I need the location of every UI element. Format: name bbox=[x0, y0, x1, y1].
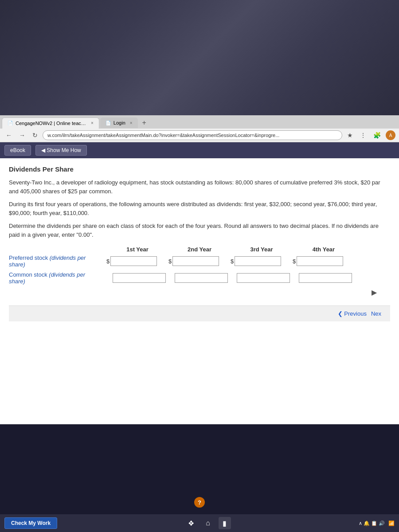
previous-label: Previous bbox=[344, 310, 367, 317]
common-year4-input[interactable] bbox=[299, 273, 352, 283]
show-me-how-button[interactable]: ◀ Show Me How bbox=[35, 145, 87, 156]
windows-taskbar: Check My Work ❖ ⌂ ▮ ∧ 🔔 📋 🔊 📶 bbox=[0, 514, 399, 532]
description-paragraph-2: During its first four years of operation… bbox=[9, 200, 390, 217]
preferred-year3-input[interactable] bbox=[235, 256, 281, 266]
preferred-year1-input[interactable] bbox=[110, 256, 157, 266]
network-icon[interactable]: 📶 bbox=[388, 520, 395, 526]
page-toolbar: eBook ◀ Show Me How bbox=[0, 142, 399, 158]
taskbar-icon-app[interactable]: ▮ bbox=[219, 517, 231, 529]
preferred-stock-row: Preferred stock (dividends per share) $ … bbox=[9, 254, 390, 268]
description-paragraph-1: Seventy-Two Inc., a developer of radiolo… bbox=[9, 178, 390, 196]
preferred-year4-cell: $ bbox=[293, 256, 355, 266]
profile-button[interactable]: A bbox=[386, 130, 395, 140]
preferred-year4-input[interactable] bbox=[297, 256, 343, 266]
header-4th-year: 4th Year bbox=[293, 246, 355, 253]
browser-chrome: 📄 CengageNOWv2 | Online teachin × 📄 Logi… bbox=[0, 115, 399, 142]
description-paragraph-3: Determine the dividends per share on eac… bbox=[9, 222, 390, 239]
dollar-sign-p4: $ bbox=[293, 258, 296, 265]
tab-login-label: Login bbox=[113, 120, 125, 125]
ebook-button[interactable]: eBook bbox=[4, 145, 31, 156]
taskbar-icon-start[interactable]: ❖ bbox=[185, 517, 197, 529]
common-year3-input[interactable] bbox=[237, 273, 290, 283]
preferred-year2-cell: $ bbox=[168, 256, 231, 266]
preferred-stock-label: Preferred stock (dividends per share) bbox=[9, 254, 106, 268]
common-year1-input[interactable] bbox=[113, 273, 166, 283]
ambient-background bbox=[0, 0, 399, 115]
browser-menu-button[interactable]: ⋮ bbox=[358, 131, 368, 140]
forward-button[interactable]: → bbox=[17, 131, 27, 140]
dollar-sign-p1: $ bbox=[106, 258, 110, 265]
table-header-row: 1st Year 2nd Year 3rd Year 4th Year bbox=[106, 246, 390, 253]
extensions-button[interactable]: 🧩 bbox=[371, 131, 383, 140]
header-2nd-year: 2nd Year bbox=[168, 246, 231, 253]
tab-cengage-label: CengageNOWv2 | Online teachin bbox=[16, 121, 86, 126]
dollar-sign-p2: $ bbox=[168, 258, 172, 265]
dividends-table: 1st Year 2nd Year 3rd Year 4th Year Pref… bbox=[9, 246, 390, 297]
prev-chevron-icon: ❮ bbox=[338, 310, 343, 317]
common-year3-cell bbox=[231, 273, 293, 283]
tab-login-close[interactable]: × bbox=[130, 121, 133, 125]
scroll-right-button[interactable]: ▶ bbox=[372, 288, 377, 297]
check-my-work-button[interactable]: Check My Work bbox=[4, 517, 57, 529]
address-input[interactable] bbox=[43, 130, 342, 140]
bottom-navigation: ❮ Previous Nex bbox=[9, 305, 390, 321]
taskbar-right: ∧ 🔔 📋 🔊 📶 bbox=[359, 520, 395, 526]
next-button[interactable]: Nex bbox=[371, 310, 381, 317]
common-year2-input[interactable] bbox=[175, 273, 228, 283]
tab-cengage[interactable]: 📄 CengageNOWv2 | Online teachin × bbox=[2, 117, 99, 129]
help-button[interactable]: ? bbox=[194, 497, 205, 508]
common-year1-cell bbox=[106, 273, 168, 283]
preferred-year1-cell: $ bbox=[106, 256, 168, 266]
common-stock-row: Common stock (dividends per share) bbox=[9, 271, 390, 285]
common-stock-label: Common stock (dividends per share) bbox=[9, 271, 106, 285]
address-bar-row: ← → ↻ ★ ⋮ 🧩 A bbox=[0, 129, 399, 142]
taskbar-icon-home[interactable]: ⌂ bbox=[202, 517, 214, 529]
common-year2-cell bbox=[168, 273, 231, 283]
preferred-year2-input[interactable] bbox=[172, 256, 219, 266]
page-title: Dividends Per Share bbox=[9, 165, 390, 173]
common-year4-cell bbox=[293, 273, 355, 283]
bookmark-button[interactable]: ★ bbox=[345, 131, 355, 140]
content-area: Dividends Per Share Seventy-Two Inc., a … bbox=[0, 158, 399, 424]
scroll-right-container: ▶ bbox=[9, 288, 390, 297]
tab-login[interactable]: 📄 Login × bbox=[100, 117, 138, 128]
dollar-sign-p3: $ bbox=[231, 258, 234, 265]
back-button[interactable]: ← bbox=[4, 131, 14, 140]
system-tray-icons: ∧ 🔔 📋 🔊 bbox=[359, 520, 385, 526]
previous-button[interactable]: ❮ Previous bbox=[338, 310, 367, 317]
header-1st-year: 1st Year bbox=[106, 246, 168, 253]
refresh-button[interactable]: ↻ bbox=[30, 131, 40, 140]
new-tab-button[interactable]: + bbox=[139, 117, 150, 129]
tab-bar: 📄 CengageNOWv2 | Online teachin × 📄 Logi… bbox=[0, 115, 399, 129]
help-bubble-container: ? bbox=[194, 497, 205, 508]
preferred-year3-cell: $ bbox=[231, 256, 293, 266]
header-3rd-year: 3rd Year bbox=[231, 246, 293, 253]
tab-cengage-close[interactable]: × bbox=[91, 121, 94, 125]
next-label: Nex bbox=[371, 310, 381, 317]
